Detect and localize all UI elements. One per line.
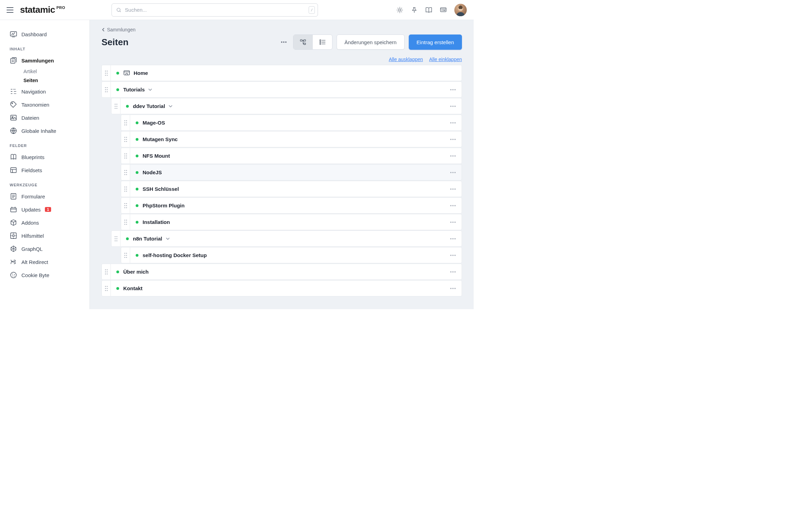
nav-sammlungen[interactable]: Sammlungen (0, 54, 89, 67)
nav-globale[interactable]: Globale Inhalte (0, 124, 89, 137)
view-tree-button[interactable] (293, 35, 313, 49)
nav-navigation[interactable]: Navigation (0, 85, 89, 98)
nav-blueprints[interactable]: Blueprints (0, 150, 89, 164)
node-title: Kontakt (123, 285, 143, 291)
tree-node[interactable]: Tutorials (110, 81, 462, 98)
drag-handle[interactable] (111, 230, 120, 247)
drag-handle[interactable] (121, 148, 130, 164)
svg-point-9 (12, 116, 13, 118)
row-actions-menu[interactable] (448, 286, 457, 291)
create-entry-button[interactable]: Eintrag erstellen (409, 35, 462, 50)
drag-handle[interactable] (121, 247, 130, 263)
node-title: n8n Tutorial (133, 236, 162, 242)
svg-point-42 (107, 91, 108, 92)
docs-icon[interactable] (425, 7, 432, 13)
tree-node[interactable]: n8n Tutorial (120, 230, 462, 247)
row-actions-menu[interactable] (448, 137, 457, 142)
drag-handle[interactable] (102, 65, 110, 81)
svg-point-68 (124, 141, 125, 142)
svg-point-100 (124, 203, 125, 204)
pin-icon[interactable] (411, 7, 418, 13)
user-avatar[interactable] (454, 4, 467, 16)
svg-point-115 (450, 222, 452, 223)
nav-dashboard[interactable]: Dashboard (0, 28, 89, 41)
svg-point-73 (124, 153, 125, 154)
tree-node[interactable]: NodeJS (130, 164, 462, 180)
row-actions-menu[interactable] (448, 170, 457, 175)
row-actions-menu[interactable] (448, 269, 457, 274)
nav-cookiebyte[interactable]: Cookie Byte (0, 268, 89, 282)
nav-sub-artikel[interactable]: Artikel (0, 67, 89, 76)
tree-node[interactable]: PhpStorm Plugin (130, 197, 462, 214)
chevron-down-icon[interactable] (166, 237, 170, 241)
node-title: Tutorials (123, 87, 145, 92)
tree-row: SSH Schlüssel (121, 181, 462, 197)
tree-node[interactable]: SSH Schlüssel (130, 181, 462, 197)
search-input[interactable] (124, 7, 306, 13)
row-actions-menu[interactable] (448, 154, 457, 158)
drag-handle[interactable] (121, 214, 130, 230)
nav-addons[interactable]: Addons (0, 216, 89, 229)
page-title: Seiten (102, 37, 274, 48)
tree-node[interactable]: Mage-OS (130, 115, 462, 131)
svg-point-45 (454, 89, 456, 90)
row-actions-menu[interactable] (448, 203, 457, 208)
nav-taxonomien[interactable]: Taxonomien (0, 98, 89, 111)
dashboard-icon (10, 30, 17, 38)
nav-graphql[interactable]: GraphQL (0, 242, 89, 255)
svg-point-64 (124, 137, 125, 138)
drag-handle[interactable] (102, 280, 110, 296)
tree-node[interactable]: self-hosting Docker Setup (130, 247, 462, 263)
status-dot (136, 204, 138, 207)
global-search[interactable]: / (112, 3, 318, 17)
row-actions-menu[interactable] (448, 220, 457, 225)
row-actions-menu[interactable] (448, 236, 457, 241)
drag-handle[interactable] (111, 98, 120, 114)
tree-node[interactable]: Installation (130, 214, 462, 230)
collapse-all-link[interactable]: Alle einklappen (429, 57, 462, 62)
row-actions-menu[interactable] (448, 87, 457, 92)
search-shortcut: / (309, 6, 315, 14)
breadcrumb[interactable]: Sammlungen (102, 27, 462, 32)
drag-handle[interactable] (121, 197, 130, 214)
chevron-down-icon[interactable] (168, 105, 173, 108)
menu-toggle-button[interactable] (5, 5, 15, 15)
tree-node[interactable]: ddev Tutorial (120, 98, 462, 114)
node-title: Mage-OS (143, 120, 165, 126)
row-actions-menu[interactable] (448, 120, 457, 125)
theme-toggle-icon[interactable] (396, 7, 403, 13)
tree-node[interactable]: Home (110, 65, 462, 81)
tree-node[interactable]: NFS Mount (130, 148, 462, 164)
svg-point-77 (124, 157, 125, 158)
tree-node[interactable]: Kontakt (110, 280, 462, 296)
svg-point-147 (105, 288, 106, 289)
site-icon[interactable]: .COM (440, 7, 447, 13)
drag-handle[interactable] (121, 164, 130, 180)
page-actions-menu[interactable] (279, 41, 289, 43)
nav-hilfsmittel[interactable]: Hilfsmittel (0, 229, 89, 242)
svg-point-28 (320, 41, 321, 43)
nav-updates[interactable]: Updates 1 (0, 203, 89, 216)
row-actions-menu[interactable] (448, 187, 457, 192)
drag-handle[interactable] (102, 264, 110, 280)
nav-altredirect[interactable]: Alt Redirect (0, 255, 89, 268)
logo[interactable]: statamic PRO (20, 4, 65, 15)
expand-all-link[interactable]: Alle ausklappen (389, 57, 423, 62)
nav-sub-seiten[interactable]: Seiten (0, 76, 89, 85)
chevron-down-icon[interactable] (148, 88, 152, 91)
drag-handle[interactable] (121, 131, 130, 147)
tree-node[interactable]: Mutagen Sync (130, 131, 462, 147)
row-actions-menu[interactable] (448, 104, 457, 109)
tree-node[interactable]: Über mich (110, 264, 462, 280)
nav-fieldsets[interactable]: Fieldsets (0, 164, 89, 177)
view-list-button[interactable] (313, 35, 332, 49)
drag-handle[interactable] (121, 115, 130, 131)
svg-rect-5 (10, 32, 17, 36)
nav-formulare[interactable]: Formulare (0, 190, 89, 203)
nav-dateien[interactable]: Dateien (0, 111, 89, 124)
svg-rect-26 (303, 43, 305, 45)
drag-handle[interactable] (121, 181, 130, 197)
drag-handle[interactable] (102, 81, 110, 98)
row-actions-menu[interactable] (448, 253, 457, 258)
save-changes-button[interactable]: Änderungen speichern (337, 35, 405, 50)
